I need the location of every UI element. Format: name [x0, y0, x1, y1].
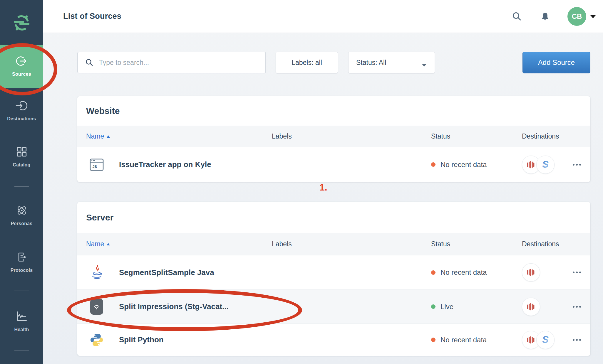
- top-header: List of Sources CB: [43, 0, 603, 33]
- redshift-destination-icon[interactable]: [522, 298, 540, 316]
- sidebar-item-sources[interactable]: Sources: [0, 45, 43, 88]
- sources-icon: [15, 54, 29, 68]
- table-row-java[interactable]: SegmentSplitSample Java No recent data: [77, 255, 590, 289]
- main-area: List of Sources CB: [43, 0, 603, 364]
- source-name: Split Impressions (Stg-Vacat...: [119, 302, 229, 311]
- sort-ascending-icon: [107, 243, 110, 245]
- sidebar-item-catalog[interactable]: Catalog: [0, 145, 43, 168]
- svg-text:JS: JS: [93, 164, 97, 168]
- source-name: Split Python: [119, 335, 164, 344]
- table-row-split-python[interactable]: Split Python No recent data: [77, 323, 590, 356]
- destinations-icon: [15, 99, 29, 112]
- segment-logo[interactable]: [12, 14, 31, 32]
- destinations-cell: [522, 263, 563, 282]
- row-menu-ellipsis-icon[interactable]: [572, 162, 582, 167]
- source-name: SegmentSplitSample Java: [119, 268, 214, 277]
- sidebar-item-health[interactable]: Health: [0, 310, 43, 332]
- blue-s-destination-icon[interactable]: S: [536, 331, 555, 349]
- row-menu-ellipsis-icon[interactable]: [572, 270, 582, 275]
- personas-icon: [15, 204, 29, 217]
- sidebar-item-destinations[interactable]: Destinations: [0, 99, 43, 122]
- website-section-card: Website Name Labels Status Destinations: [77, 96, 590, 182]
- status-cell: No recent data: [431, 268, 522, 277]
- column-header-labels: Labels: [272, 240, 431, 248]
- redshift-destination-icon[interactable]: [522, 263, 540, 282]
- status-cell: Live: [431, 303, 522, 311]
- sidebar-item-protocols[interactable]: Protocols: [0, 250, 43, 273]
- status-text: Live: [440, 303, 453, 311]
- wifi-signal-icon: [89, 299, 104, 315]
- sidebar-item-label: Personas: [11, 221, 33, 226]
- page-title: List of Sources: [63, 12, 121, 21]
- sidebar-item-label: Health: [14, 327, 29, 332]
- sidebar-divider: [14, 350, 29, 350]
- column-header-status: Status: [431, 132, 522, 140]
- column-header-name[interactable]: Name: [86, 132, 272, 140]
- status-dot: [431, 338, 436, 342]
- table-row-issuetracker[interactable]: JS IssueTracker app on Kyle No recent da…: [77, 147, 590, 182]
- search-icon[interactable]: [512, 11, 522, 22]
- status-text: No recent data: [440, 336, 487, 344]
- sidebar-divider: [14, 291, 29, 291]
- search-box: [77, 52, 266, 73]
- section-title: Website: [77, 96, 590, 126]
- row-menu-ellipsis-icon[interactable]: [572, 304, 582, 309]
- chevron-down-icon: [421, 61, 427, 64]
- labels-filter-button[interactable]: Labels: all: [276, 52, 338, 73]
- table-header-row: Name Labels Status Destinations: [77, 233, 590, 255]
- destinations-cell: S: [522, 156, 563, 174]
- destinations-cell: S: [522, 331, 563, 349]
- status-dot: [431, 304, 436, 309]
- destinations-cell: [522, 298, 563, 316]
- python-icon: [89, 332, 104, 348]
- column-header-destinations: Destinations: [522, 240, 563, 248]
- filter-bar: Labels: all Status: All Add Source: [77, 52, 590, 73]
- column-header-destinations: Destinations: [522, 132, 563, 140]
- status-dot: [431, 162, 436, 167]
- sidebar-item-personas[interactable]: Personas: [0, 204, 43, 226]
- svg-text:S: S: [542, 159, 549, 170]
- status-dot: [431, 270, 436, 275]
- sidebar: Sources Destinations: [0, 0, 43, 364]
- javascript-website-icon: JS: [89, 156, 104, 173]
- chevron-down-icon[interactable]: [590, 14, 596, 18]
- avatar[interactable]: CB: [567, 7, 586, 26]
- search-input[interactable]: [99, 59, 259, 67]
- column-header-status: Status: [431, 240, 522, 248]
- status-text: No recent data: [440, 268, 487, 277]
- search-icon: [85, 58, 94, 67]
- sidebar-item-label: Sources: [12, 72, 31, 77]
- status-filter-value: Status: All: [356, 59, 386, 67]
- content-area: Labels: all Status: All Add Source Websi…: [43, 33, 603, 364]
- sidebar-item-label: Catalog: [13, 162, 30, 168]
- svg-text:S: S: [542, 334, 549, 345]
- sidebar-item-label: Destinations: [7, 116, 36, 122]
- section-title: Server: [77, 202, 590, 233]
- status-cell: No recent data: [431, 161, 522, 169]
- source-name: IssueTracker app on Kyle: [119, 160, 211, 169]
- table-header-row: Name Labels Status Destinations: [77, 126, 590, 147]
- sidebar-item-label: Protocols: [11, 268, 33, 273]
- java-icon: [89, 264, 104, 281]
- header-actions: CB: [512, 7, 596, 26]
- status-text: No recent data: [440, 161, 487, 169]
- sort-ascending-icon: [107, 135, 110, 138]
- blue-s-destination-icon[interactable]: S: [536, 156, 555, 174]
- server-section-card: Server Name Labels Status Destinations: [77, 202, 590, 356]
- add-source-button[interactable]: Add Source: [522, 52, 590, 73]
- sidebar-nav: Sources Destinations: [0, 32, 43, 350]
- app-root: Sources Destinations: [0, 0, 603, 364]
- status-filter-dropdown[interactable]: Status: All: [348, 52, 435, 73]
- table-row-split-impressions[interactable]: Split Impressions (Stg-Vacat... Live: [77, 289, 590, 323]
- catalog-icon: [15, 145, 29, 159]
- protocols-icon: [15, 250, 29, 264]
- row-menu-ellipsis-icon[interactable]: [572, 337, 582, 343]
- column-header-name[interactable]: Name: [86, 240, 272, 248]
- bell-icon[interactable]: [540, 11, 550, 22]
- status-cell: No recent data: [431, 336, 522, 344]
- health-icon: [15, 310, 29, 323]
- sidebar-divider: [14, 186, 29, 187]
- column-header-labels: Labels: [272, 132, 431, 140]
